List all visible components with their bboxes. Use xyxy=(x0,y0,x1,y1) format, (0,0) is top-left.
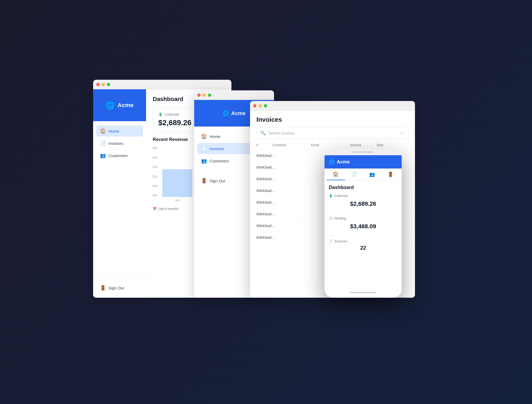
mobile-window: 🌐 Acme 🏠 📄 👥 🚪 Dashboard 💲 Collected $2,… xyxy=(325,149,402,298)
col-date: Date xyxy=(377,143,409,147)
invoices-title: Invoices xyxy=(256,116,409,123)
minimize-button[interactable] xyxy=(102,83,105,86)
mobile-notch xyxy=(325,149,402,155)
titlebar-invoices xyxy=(250,101,415,111)
mobile-tab-signout[interactable]: 🚪 xyxy=(381,169,400,180)
sign-out-label: Sign Out xyxy=(109,286,124,290)
col-amount: Amount xyxy=(350,143,377,147)
mobile-app-name: Acme xyxy=(337,159,350,165)
mobile-phone: 🌐 Acme 🏠 📄 👥 🚪 Dashboard 💲 Collected $2,… xyxy=(325,149,402,298)
col-customer: Customer xyxy=(272,143,311,147)
sidebar-item-invoices[interactable]: 📄 Invoices xyxy=(96,138,143,149)
app-name: Acme xyxy=(118,102,134,109)
inv-maximize-button[interactable] xyxy=(264,104,267,107)
mobile-collected-stat: 💲 Collected $2,689.26 xyxy=(329,194,397,209)
search-icon: 🔍 xyxy=(260,131,266,136)
mobile-nav-tabs: 🏠 📄 👥 🚪 xyxy=(325,169,402,180)
mobile-pending-stat: 🕐 Pending $3,468.09 xyxy=(329,217,397,232)
sidebar-item-customers-label: Customers xyxy=(109,153,128,158)
home-indicator-bar xyxy=(350,292,376,293)
mobile-invoices-count: 22 xyxy=(329,245,397,251)
home-icon: 🏠 xyxy=(100,128,106,134)
mobile-invoices-icon: 📄 xyxy=(329,239,333,243)
maximize-button[interactable] xyxy=(107,83,110,86)
titlebar-desktop xyxy=(93,80,231,89)
titlebar-tablet xyxy=(194,90,274,100)
inv-close-button[interactable] xyxy=(253,104,256,107)
search-bar[interactable]: 🔍 Search invoices ‹ › xyxy=(256,128,409,138)
search-arrow-icon: ‹ › xyxy=(401,131,405,136)
tablet-globe-icon: 🌐 xyxy=(222,110,229,116)
tablet-customers-icon: 👥 xyxy=(201,158,207,164)
tablet-invoices-label: Invoices xyxy=(210,146,224,151)
sign-out-button[interactable]: 🚪 Sign Out xyxy=(96,282,143,293)
tablet-invoices-icon: 📄 xyxy=(201,146,207,152)
mobile-divider-2 xyxy=(329,235,397,235)
sidebar-item-home-label: Home xyxy=(109,129,119,133)
mobile-collected-value: $2,689.26 xyxy=(329,199,397,209)
customers-icon: 👥 xyxy=(100,153,106,158)
signout-icon: 🚪 xyxy=(100,285,106,291)
search-placeholder: Search invoices xyxy=(268,131,295,135)
invoices-icon: 📄 xyxy=(100,140,106,146)
sidebar-item-invoices-label: Invoices xyxy=(109,141,123,146)
tablet-maximize-button[interactable] xyxy=(208,94,211,97)
sidebar-item-customers[interactable]: 👥 Customers xyxy=(96,150,143,161)
chart-y-labels: $5k $4k $3k $2k $1k $0k xyxy=(153,146,157,197)
mobile-collected-label: 💲 Collected xyxy=(329,194,397,198)
mobile-home-indicator xyxy=(325,287,402,298)
mobile-pending-label: 🕐 Pending xyxy=(329,217,397,220)
close-button[interactable] xyxy=(96,83,99,86)
mobile-header: 🌐 Acme xyxy=(325,155,402,169)
mobile-dashboard-title: Dashboard xyxy=(329,185,397,190)
chart-bar-jan xyxy=(162,169,192,197)
mobile-divider-1 xyxy=(329,213,397,213)
sidebar-item-home[interactable]: 🏠 Home xyxy=(96,125,143,137)
inv-minimize-button[interactable] xyxy=(259,104,262,107)
sidebar-bottom: 🚪 Sign Out xyxy=(93,278,146,298)
tablet-app-name: Acme xyxy=(231,110,246,116)
tablet-signout-icon: 🚪 xyxy=(201,178,207,184)
col-email: Email xyxy=(311,143,350,147)
mobile-tab-home[interactable]: 🏠 xyxy=(327,169,345,180)
notch-pill xyxy=(352,151,374,153)
table-header: # Customer Email Amount Date xyxy=(250,141,415,150)
tablet-close-button[interactable] xyxy=(197,94,201,97)
mobile-invoices-label: 📄 Invoices xyxy=(329,239,397,243)
mobile-clock-icon: 🕐 xyxy=(329,217,333,220)
mobile-tab-customers[interactable]: 👥 xyxy=(363,169,381,180)
sidebar-nav: 🏠 Home 📄 Invoices 👥 Customers xyxy=(93,121,146,278)
tablet-customers-label: Customers xyxy=(210,159,229,163)
globe-icon: 🌐 xyxy=(106,101,115,110)
dollar-circle-icon: 💲 xyxy=(158,112,163,116)
mobile-tab-invoices[interactable]: 📄 xyxy=(345,169,363,180)
tablet-sign-out-label: Sign Out xyxy=(210,179,225,183)
tablet-minimize-button[interactable] xyxy=(203,94,206,97)
invoices-header: Invoices 🔍 Search invoices ‹ › xyxy=(250,111,415,141)
col-number: # xyxy=(256,143,272,147)
tablet-home-label: Home xyxy=(210,134,220,139)
sidebar-desktop: 🌐 Acme 🏠 Home 📄 Invoices 👥 Customers xyxy=(93,89,146,298)
mobile-pending-value: $3,468.09 xyxy=(329,221,397,232)
mobile-content: Dashboard 💲 Collected $2,689.26 🕐 Pendin… xyxy=(325,180,402,287)
mobile-dollar-icon: 💲 xyxy=(329,194,333,198)
sidebar-logo: 🌐 Acme xyxy=(93,89,146,121)
tablet-home-icon: 🏠 xyxy=(201,133,207,139)
mobile-globe-icon: 🌐 xyxy=(329,159,335,165)
